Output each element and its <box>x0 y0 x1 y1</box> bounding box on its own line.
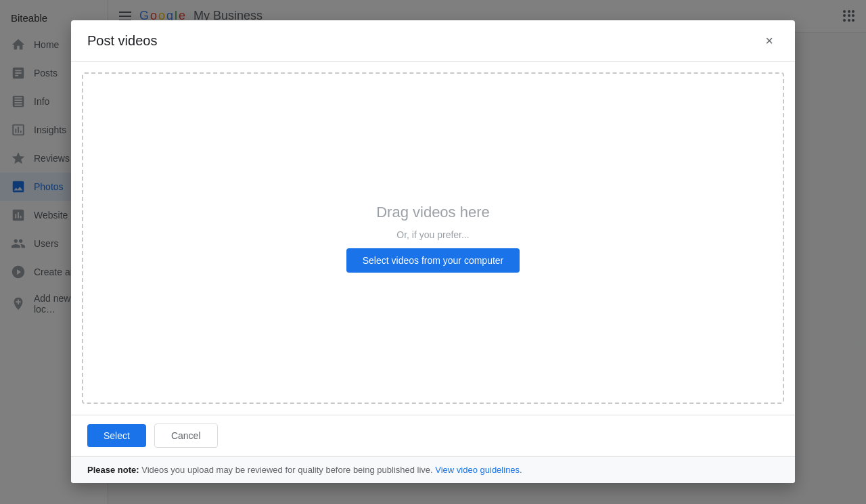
drop-zone-wrapper: Drag videos here Or, if you prefer... Se… <box>71 62 795 415</box>
note-text: Videos you upload may be reviewed for qu… <box>139 465 436 475</box>
drag-text: Drag videos here <box>376 204 490 221</box>
modal-overlay: Post videos × Drag videos here Or, if yo… <box>0 0 866 504</box>
note-bold: Please note: <box>87 465 139 475</box>
select-button[interactable]: Select <box>87 424 146 447</box>
or-text: Or, if you prefer... <box>396 229 469 240</box>
modal-actions: Select Cancel <box>71 415 795 456</box>
modal-title: Post videos <box>87 33 157 49</box>
select-from-computer-button[interactable]: Select videos from your computer <box>346 248 520 273</box>
main-content: Google My Business Post videos × Drag vi… <box>108 0 866 504</box>
cancel-button[interactable]: Cancel <box>154 423 218 448</box>
video-guidelines-link[interactable]: View video guidelines. <box>435 465 522 475</box>
post-videos-modal: Post videos × Drag videos here Or, if yo… <box>71 20 795 483</box>
modal-note: Please note: Videos you upload may be re… <box>71 456 795 483</box>
video-drop-zone[interactable]: Drag videos here Or, if you prefer... Se… <box>82 72 784 404</box>
modal-header: Post videos × <box>71 20 795 62</box>
modal-close-button[interactable]: × <box>760 31 779 50</box>
